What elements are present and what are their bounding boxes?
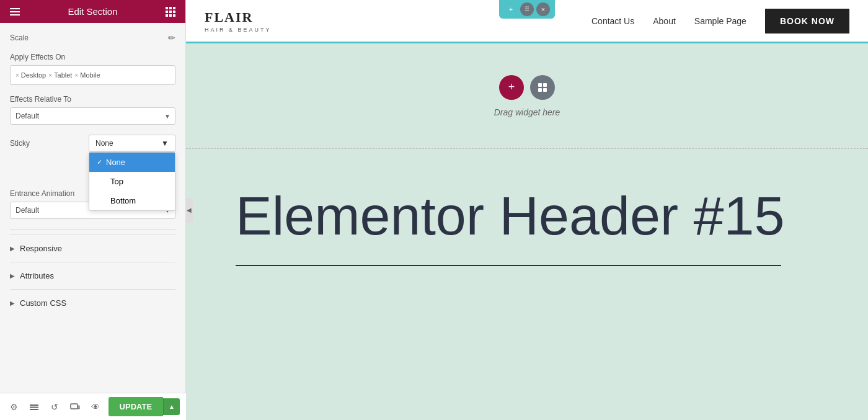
nav-about[interactable]: About [653,16,676,26]
canvas-close-button[interactable]: × [536,2,550,16]
sticky-select-arrow: ▼ [161,139,169,148]
sticky-select-btn[interactable]: None ▼ [89,135,175,152]
collapse-handle-icon: ◀ [187,207,192,213]
collapse-handle[interactable]: ◀ [185,198,193,223]
logo-sub: HAIR & BEAUTY [205,27,272,33]
grid-icon[interactable] [166,7,175,17]
sticky-field: Sticky None ▼ ✓ None Top [10,135,175,152]
accordion-attributes-arrow: ▶ [10,272,15,279]
svg-rect-5 [538,83,542,87]
sticky-dropdown-popup: ✓ None Top Bottom [89,152,175,211]
accordion-css: ▶ Custom CSS [10,289,175,316]
svg-rect-7 [538,88,542,92]
effects-relative-label: Effects Relative To [10,95,175,104]
sticky-option-none[interactable]: ✓ None [89,153,175,172]
preview-icon[interactable]: 👁 [88,398,104,416]
add-widget-button[interactable]: + [499,75,524,100]
sidebar: Edit Section Scale ✏ Apply Effects On × [0,0,186,420]
tag-mobile: × Mobile [74,71,100,79]
accordion-attributes-header[interactable]: ▶ Attributes [10,262,175,289]
sticky-option-top[interactable]: Top [89,172,175,191]
svg-rect-2 [30,409,38,410]
sidebar-header: Edit Section [0,0,185,23]
widget-type-button[interactable] [530,75,555,100]
history-icon[interactable]: ↺ [47,398,63,416]
sticky-option-bottom-label: Bottom [110,196,136,205]
accordion-css-label: Custom CSS [20,298,66,308]
effects-relative-select[interactable]: Default Viewport Section [10,107,175,125]
drag-hint: Drag widget here [494,107,560,117]
tag-tablet-remove[interactable]: × [48,72,52,79]
canvas-drag-area: + Drag widget here [186,43,868,149]
effects-tags-container: × Desktop × Tablet × Mobile [10,65,175,85]
bottom-toolbar: ⚙ ↺ 👁 UPDATE ▲ [0,393,186,420]
svg-rect-3 [71,404,78,409]
settings-icon[interactable]: ⚙ [6,398,22,416]
tag-tablet: × Tablet [48,71,72,79]
tag-desktop-remove[interactable]: × [16,72,19,79]
svg-rect-8 [543,88,547,92]
tag-desktop: × Desktop [16,71,46,79]
canvas-body: Elementor Header #15 [186,149,868,420]
accordion-responsive-label: Responsive [20,244,62,253]
accordion-responsive: ▶ Responsive [10,235,175,262]
sidebar-content: Scale ✏ Apply Effects On × Desktop × Tab… [0,23,185,395]
accordion-responsive-arrow: ▶ [10,245,15,252]
update-arrow-button[interactable]: ▲ [163,398,180,415]
tag-mobile-remove[interactable]: × [74,72,78,79]
hamburger-icon[interactable] [10,8,20,16]
accordion-css-header[interactable]: ▶ Custom CSS [10,290,175,316]
sidebar-title: Edit Section [68,6,117,17]
section-divider-1 [10,229,175,230]
scale-label: Scale [10,34,29,42]
sticky-label: Sticky [10,139,30,148]
accordion-responsive-header[interactable]: ▶ Responsive [10,235,175,262]
page-divider [236,265,781,266]
sticky-dropdown-wrapper: None ▼ ✓ None Top [89,135,175,152]
scale-field: Scale ✏ [10,33,175,43]
effects-relative-select-wrapper: Default Viewport Section ▼ [10,107,175,125]
book-now-button[interactable]: BOOK NOW [765,9,849,34]
canvas-header: + ⠿ × FLAIR HAIR & BEAUTY Contact Us Abo… [186,0,868,43]
responsive-icon[interactable] [68,398,83,416]
svg-rect-6 [543,83,547,87]
effects-relative-field: Effects Relative To Default Viewport Sec… [10,95,175,125]
svg-rect-0 [30,404,38,406]
sticky-selected-value: None [95,139,113,148]
sticky-option-top-label: Top [110,177,123,186]
effects-field: Apply Effects On × Desktop × Tablet × Mo… [10,53,175,85]
accordion-attributes-label: Attributes [20,271,54,280]
check-icon: ✓ [97,158,102,166]
svg-rect-1 [30,406,38,408]
accordion-css-arrow: ▶ [10,300,15,306]
update-button[interactable]: UPDATE [108,397,163,416]
canvas: + ⠿ × FLAIR HAIR & BEAUTY Contact Us Abo… [186,0,868,420]
nav-links: Contact Us About Sample Page BOOK NOW [591,9,849,34]
effects-label: Apply Effects On [10,53,175,61]
page-title: Elementor Header #15 [236,186,818,246]
widget-actions: + [499,75,555,100]
logo: FLAIR HAIR & BEAUTY [205,9,272,33]
svg-rect-4 [78,406,79,409]
layers-icon[interactable] [27,398,42,416]
nav-sample-page[interactable]: Sample Page [694,16,746,26]
edit-icon[interactable]: ✏ [168,33,175,43]
update-button-group: UPDATE ▲ [108,397,180,416]
sticky-option-none-label: None [106,158,125,167]
nav-contact-us[interactable]: Contact Us [591,16,634,26]
accordion-attributes: ▶ Attributes [10,262,175,289]
canvas-add-button[interactable]: + [504,2,518,16]
canvas-header-top-bar: + ⠿ × [499,0,555,19]
logo-brand: FLAIR [205,9,253,25]
canvas-move-button[interactable]: ⠿ [520,2,534,16]
sticky-option-bottom[interactable]: Bottom [89,191,175,210]
